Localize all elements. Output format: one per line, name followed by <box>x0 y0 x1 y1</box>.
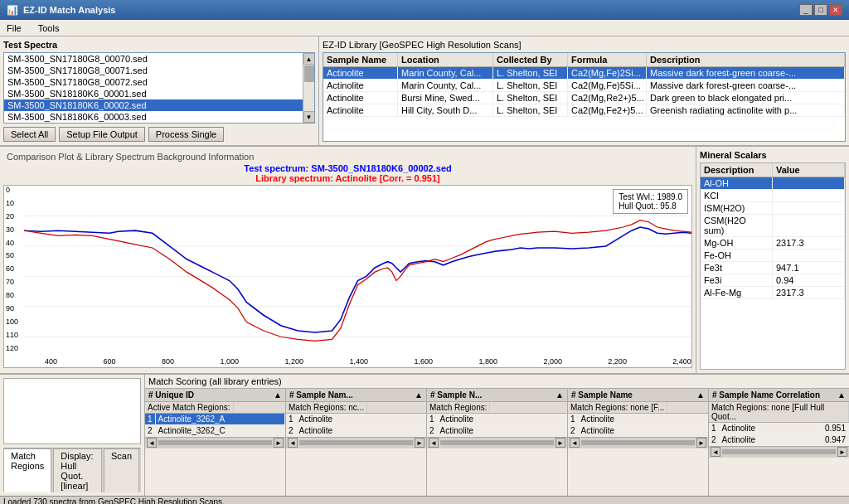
lib-cell-name-3: Actinolite <box>323 104 398 116</box>
match-subheader-1: Match Regions: nc... <box>286 402 367 413</box>
lib-row-3[interactable]: Actinolite Hill City, South D... L. Shel… <box>323 104 845 117</box>
lib-cell-col-3: L. Shelton, SEI <box>493 104 568 116</box>
scalars-desc-3: CSM(H2O sum) <box>701 215 773 236</box>
scroll-bar-4[interactable] <box>722 449 836 454</box>
sort-icon-3: ▲ <box>696 390 705 400</box>
lib-cell-desc-0: Massive dark forest-green coarse-... <box>647 67 845 79</box>
spectra-scrollbar[interactable]: ▲ ▼ <box>303 53 314 123</box>
lib-col-collected: Collected By <box>493 53 568 66</box>
scroll-left-1[interactable]: ◄ <box>288 438 298 448</box>
chart-container: 120 110 100 90 80 70 60 50 40 30 20 10 0 <box>3 185 692 368</box>
scroll-right-4[interactable]: ► <box>837 447 847 457</box>
close-button[interactable]: ✕ <box>829 4 842 16</box>
minimize-button[interactable]: _ <box>799 4 813 16</box>
scalars-row-0[interactable]: Al-OH <box>701 177 845 190</box>
lib-cell-name-0: Actinolite <box>323 67 398 79</box>
scroll-bar-0[interactable] <box>158 440 272 445</box>
scalars-col-val: Value <box>773 163 845 177</box>
match-table-4: # Sample Name Correlation ▲ Match Region… <box>709 389 849 496</box>
match-tables-row: # Unique ID ▲ Active Match Regions: 1 Ac… <box>145 388 849 496</box>
match-cell-id-1-0: Actinolite <box>297 414 426 424</box>
match-row-2-0[interactable]: 1 Actinolite <box>427 414 567 425</box>
window-controls[interactable]: _ □ ✕ <box>799 4 842 16</box>
status-bar: Loaded 730 spectra from GeoSPEC High Res… <box>0 496 849 504</box>
scalars-row-6[interactable]: Fe3t 947.1 <box>701 262 845 274</box>
match-row-0-0[interactable]: 1 Actinolite_3262_A <box>145 414 285 425</box>
scalars-val-5 <box>773 250 845 261</box>
match-cell-num-2-1: 2 <box>427 425 438 436</box>
lib-row-2[interactable]: Actinolite Bursi Mine, Swed... L. Shelto… <box>323 92 845 104</box>
lib-col-sample: Sample Name <box>323 53 398 66</box>
scroll-right-1[interactable]: ► <box>415 438 424 448</box>
scalars-row-4[interactable]: Mg-OH 2317.3 <box>701 237 845 250</box>
match-cell-num-1-1: 2 <box>286 425 297 436</box>
bottom-section: Match Regions Display: Hull Quot. [linea… <box>0 375 849 496</box>
match-row-4-0[interactable]: 1 Actinolite 0.951 <box>709 423 849 434</box>
file-menu[interactable]: File <box>3 23 25 33</box>
scroll-bar-3[interactable] <box>581 440 695 445</box>
mineral-scalars-label: Mineral Scalars <box>700 150 846 160</box>
scroll-left-3[interactable]: ◄ <box>570 438 580 448</box>
scroll-up-button[interactable]: ▲ <box>303 53 315 65</box>
scroll-right-0[interactable]: ► <box>274 438 284 448</box>
match-row-0-1[interactable]: 2 Actinolite_3262_C <box>145 425 285 437</box>
scalars-row-2[interactable]: ISM(H2O) <box>701 202 845 215</box>
lib-col-desc: Description <box>647 53 845 66</box>
spectra-item-1[interactable]: SM-3500_SN17180G8_00071.sed <box>4 65 314 76</box>
lib-cell-col-1: L. Shelton, SEI <box>493 80 568 91</box>
match-header-4: # Sample Name Correlation ▲ <box>709 389 849 402</box>
lib-row-0[interactable]: Actinolite Marin County, Cal... L. Shelt… <box>323 67 845 80</box>
tab-display[interactable]: Display: Hull Quot. [linear] <box>53 448 102 492</box>
title-bar: 📊 EZ-ID Match Analysis _ □ ✕ <box>0 0 849 20</box>
scalars-row-8[interactable]: Al-Fe-Mg 2317.3 <box>701 287 845 299</box>
scalars-row-1[interactable]: KCl <box>701 190 845 202</box>
scalars-row-7[interactable]: Fe3i 0.94 <box>701 274 845 287</box>
match-table-0: # Unique ID ▲ Active Match Regions: 1 Ac… <box>145 389 286 496</box>
scroll-left-4[interactable]: ◄ <box>711 447 720 457</box>
scroll-left-2[interactable]: ◄ <box>429 438 439 448</box>
lib-cell-loc-0: Marin County, Cal... <box>398 67 493 79</box>
spectra-item-4[interactable]: SM-3500_SN18180K6_00002.sed <box>4 99 314 111</box>
spectra-item-3[interactable]: SM-3500_SN18180K6_00001.sed <box>4 88 314 99</box>
match-row-4-1[interactable]: 2 Actinolite 0.947 <box>709 434 849 446</box>
lib-row-1[interactable]: Actinolite Marin County, Cal... L. Shelt… <box>323 80 845 92</box>
tab-match-regions[interactable]: Match Regions <box>3 448 51 492</box>
title-bar-text: EZ-ID Match Analysis <box>23 5 115 15</box>
scroll-right-2[interactable]: ► <box>555 438 565 448</box>
scroll-track[interactable] <box>303 65 315 111</box>
match-row-2-1[interactable]: 2 Actinolite <box>427 425 567 437</box>
match-row-1-0[interactable]: 1 Actinolite <box>286 414 426 425</box>
match-row-3-1[interactable]: 2 Actinolite <box>568 425 708 437</box>
match-cell-num-3-1: 2 <box>568 425 579 436</box>
library-title: EZ-ID Library [GeoSPEC High Resolution S… <box>323 40 846 50</box>
scalars-desc-5: Fe-OH <box>701 250 773 261</box>
scroll-right-3[interactable]: ► <box>696 438 706 448</box>
spectra-item-0[interactable]: SM-3500_SN17180G8_00070.sed <box>4 53 314 65</box>
scroll-bar-2[interactable] <box>440 440 554 445</box>
scalars-row-5[interactable]: Fe-OH <box>701 250 845 262</box>
mineral-scalars-panel: Mineral Scalars Description Value Al-OH … <box>696 147 849 373</box>
scroll-down-button[interactable]: ▼ <box>303 111 315 123</box>
library-table: Sample Name Location Collected By Formul… <box>323 52 846 142</box>
setup-file-output-button[interactable]: Setup File Output <box>59 127 145 142</box>
tab-scan[interactable]: Scan <box>104 448 139 492</box>
match-table-2: # Sample N... ▲ Match Regions: 1 Actinol… <box>427 389 568 496</box>
tools-menu[interactable]: Tools <box>35 23 63 33</box>
maximize-button[interactable]: □ <box>814 4 827 16</box>
scalars-row-3[interactable]: CSM(H2O sum) <box>701 215 845 237</box>
process-single-button[interactable]: Process Single <box>148 127 224 142</box>
scroll-left-0[interactable]: ◄ <box>147 438 157 448</box>
scroll-thumb[interactable] <box>304 65 314 82</box>
spectra-item-5[interactable]: SM-3500_SN18180K6_00003.sed <box>4 111 314 123</box>
scroll-bar-1[interactable] <box>299 440 413 445</box>
spectra-buttons: Select All Setup File Output Process Sin… <box>3 127 315 142</box>
match-row-3-0[interactable]: 1 Actinolite <box>568 414 708 425</box>
match-cell-id-1-1: Actinolite <box>297 425 426 436</box>
spectra-item-2[interactable]: SM-3500_SN17180G8_00072.sed <box>4 76 314 88</box>
match-row-1-1[interactable]: 2 Actinolite <box>286 425 426 437</box>
match-cell-num-4-0: 1 <box>709 423 720 434</box>
scalars-desc-2: ISM(H2O) <box>701 202 773 214</box>
select-all-button[interactable]: Select All <box>3 127 56 142</box>
match-cell-num-4-1: 2 <box>709 434 720 445</box>
status-text: Loaded 730 spectra from GeoSPEC High Res… <box>3 497 225 504</box>
